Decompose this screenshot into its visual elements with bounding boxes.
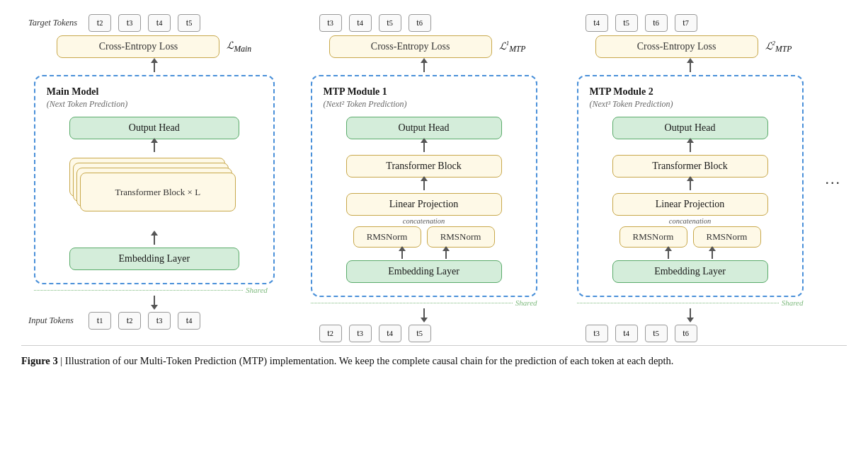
mtp1-rmsnorm2: RMSNorm bbox=[427, 226, 495, 248]
mtp1-linear-to-transformer-arrow bbox=[423, 180, 425, 190]
main-embed-to-transformer-arrow bbox=[154, 235, 155, 245]
main-output-head: Output Head bbox=[69, 117, 239, 139]
main-loss-label: ℒMain bbox=[227, 40, 251, 54]
main-module-title: Main Model bbox=[47, 86, 99, 98]
mtp1-shared-label: Shared bbox=[515, 298, 537, 307]
mtp2-cross-entropy: Cross-Entropy Loss bbox=[595, 35, 758, 58]
mtp1-target-tokens-row: t3 t4 t5 t6 bbox=[295, 14, 554, 32]
mtp2-module-subtitle: (Next³ Token Prediction) bbox=[590, 99, 673, 110]
mtp2-loss-label: ℒ2MTP bbox=[765, 40, 792, 54]
main-transformer-stack: Transformer Block × L bbox=[69, 158, 239, 232]
mtp2-input-t3: t3 bbox=[586, 325, 608, 342]
main-transformer-to-head-arrow bbox=[154, 142, 155, 152]
mtp1-linear-proj: Linear Projection bbox=[346, 193, 502, 216]
mtp2-transformer-block: Transformer Block bbox=[612, 155, 768, 178]
mtp1-rmsnorm-row: RMSNorm RMSNorm bbox=[353, 226, 495, 248]
mtp1-column: t3 t4 t5 t6 Cross-Entropy Loss ℒ1MTP MTP… bbox=[295, 14, 554, 342]
mtp1-input-t5: t5 bbox=[409, 325, 431, 342]
main-ce-row: Cross-Entropy Loss ℒMain bbox=[57, 35, 251, 58]
mtp2-input-t6: t6 bbox=[675, 325, 697, 342]
mtp1-target-t4: t4 bbox=[349, 14, 372, 32]
mtp1-loss-label: ℒ1MTP bbox=[499, 40, 526, 54]
mtp1-transformer-to-head-arrow bbox=[423, 142, 425, 152]
mtp2-target-t5: t5 bbox=[615, 14, 638, 32]
mtp2-rmsnorm1-arrow bbox=[668, 250, 669, 259]
main-target-t4: t4 bbox=[148, 14, 171, 32]
caption-figure-label: Figure 3 bbox=[21, 355, 58, 366]
mtp1-input-t3: t3 bbox=[349, 325, 372, 342]
mtp1-module-title: MTP Module 1 bbox=[324, 86, 387, 98]
mtp2-linear-to-transformer-arrow bbox=[690, 180, 691, 190]
caption-separator: | bbox=[58, 355, 65, 366]
mtp2-transformer-to-head-arrow bbox=[690, 142, 691, 152]
mtp2-embedding: Embedding Layer bbox=[612, 260, 768, 283]
mtp2-concat-label: concatenation bbox=[669, 217, 711, 225]
mtp1-ce-arrow bbox=[423, 62, 425, 72]
mtp1-module-box: MTP Module 1 (Next² Token Prediction) Ou… bbox=[311, 75, 537, 297]
mtp2-rmsnorm-row: RMSNorm RMSNorm bbox=[619, 226, 761, 248]
main-target-t5: t5 bbox=[178, 14, 200, 32]
mtp2-shared-label: Shared bbox=[782, 298, 804, 307]
main-ce-arrow bbox=[154, 62, 155, 72]
mtp2-target-t7: t7 bbox=[675, 14, 697, 32]
mtp2-rmsnorm1: RMSNorm bbox=[619, 226, 687, 248]
main-cross-entropy: Cross-Entropy Loss bbox=[57, 35, 219, 58]
mtp2-ce-arrow bbox=[690, 62, 691, 72]
mtp2-linear-proj: Linear Projection bbox=[612, 193, 768, 216]
main-input-t2: t2 bbox=[118, 312, 141, 330]
target-tokens-label: Target Tokens bbox=[28, 18, 85, 28]
main-module-box: Main Model (Next Token Prediction) Outpu… bbox=[34, 75, 275, 284]
main-embedding: Embedding Layer bbox=[69, 248, 239, 270]
mtp1-rmsnorm1: RMSNorm bbox=[353, 226, 421, 248]
mtp2-target-t6: t6 bbox=[645, 14, 668, 32]
mtp2-rmsnorm2: RMSNorm bbox=[693, 226, 761, 248]
mtp2-input-t5: t5 bbox=[645, 325, 668, 342]
mtp2-target-tokens-row: t4 t5 t6 t7 bbox=[561, 14, 820, 32]
mtp2-rmsnorm2-arrow bbox=[712, 250, 713, 259]
diagram: Target Tokens t2 t3 t4 t5 Cross-Entropy … bbox=[21, 14, 847, 342]
main-input-tokens-row: Input Tokens t1 t2 t3 t4 bbox=[21, 312, 287, 330]
mtp2-output-head: Output Head bbox=[612, 117, 768, 139]
mtp2-column: t4 t5 t6 t7 Cross-Entropy Loss ℒ2MTP MTP… bbox=[561, 14, 820, 342]
mtp1-cross-entropy: Cross-Entropy Loss bbox=[329, 35, 492, 58]
mtp1-output-head: Output Head bbox=[346, 117, 502, 139]
mtp1-module-subtitle: (Next² Token Prediction) bbox=[324, 99, 407, 110]
mtp1-rmsnorm2-arrow bbox=[445, 250, 447, 259]
mtp1-input-tokens-row: t2 t3 t4 t5 bbox=[295, 325, 554, 342]
mtp1-embed-input-arrow bbox=[423, 308, 425, 318]
mtp1-target-t3: t3 bbox=[319, 14, 342, 32]
mtp2-target-t4: t4 bbox=[586, 14, 608, 32]
main-input-t1: t1 bbox=[88, 312, 111, 330]
main-stack-card-4: Transformer Block × L bbox=[80, 173, 236, 211]
mtp2-ce-row: Cross-Entropy Loss ℒ2MTP bbox=[595, 35, 792, 58]
mtp1-rmsnorm1-arrow bbox=[401, 250, 403, 259]
figure-caption: Figure 3 | Illustration of our Multi-Tok… bbox=[21, 345, 847, 368]
mtp1-target-t5: t5 bbox=[379, 14, 401, 32]
main-input-t3: t3 bbox=[148, 312, 171, 330]
main-shared-label: Shared bbox=[246, 286, 268, 294]
caption-text: Illustration of our Multi-Token Predicti… bbox=[65, 355, 674, 366]
input-tokens-label: Input Tokens bbox=[28, 315, 85, 326]
mtp1-concat-label: concatenation bbox=[403, 217, 445, 225]
mtp2-module-box: MTP Module 2 (Next³ Token Prediction) Ou… bbox=[577, 75, 804, 297]
mtp2-module-title: MTP Module 2 bbox=[590, 86, 653, 98]
main-input-t4: t4 bbox=[178, 312, 200, 330]
mtp2-embed-input-arrow bbox=[690, 308, 691, 318]
mtp1-target-t6: t6 bbox=[409, 14, 431, 32]
mtp1-input-t4: t4 bbox=[379, 325, 401, 342]
mtp2-input-tokens-row: t3 t4 t5 t6 bbox=[561, 325, 820, 342]
main-target-t3: t3 bbox=[118, 14, 141, 32]
mtp1-transformer-block: Transformer Block bbox=[346, 155, 502, 178]
main-target-t2: t2 bbox=[88, 14, 111, 32]
mtp1-ce-row: Cross-Entropy Loss ℒ1MTP bbox=[329, 35, 526, 58]
main-target-tokens-row: Target Tokens t2 t3 t4 t5 bbox=[21, 14, 287, 32]
mtp1-embedding: Embedding Layer bbox=[346, 260, 502, 283]
ellipsis: ... bbox=[819, 14, 847, 188]
mtp1-input-t2: t2 bbox=[319, 325, 342, 342]
main-model-column: Target Tokens t2 t3 t4 t5 Cross-Entropy … bbox=[21, 14, 287, 330]
main-module-subtitle: (Next Token Prediction) bbox=[47, 99, 127, 110]
mtp2-input-t4: t4 bbox=[615, 325, 638, 342]
main-embed-input-arrow bbox=[154, 296, 155, 306]
